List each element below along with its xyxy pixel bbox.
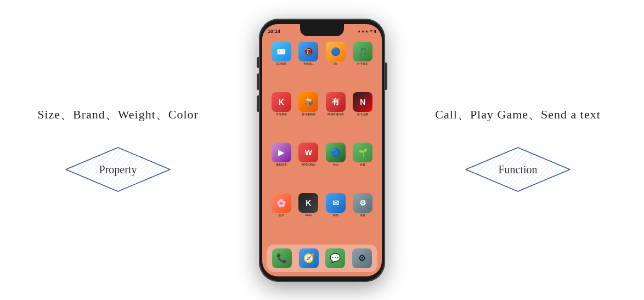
signal-icon: ▲▲▲ <box>357 29 369 33</box>
property-label: Property <box>99 163 137 176</box>
app-icon-img: 🎵 <box>353 42 372 61</box>
left-section: Size、Brand、Weight、Color Property <box>16 0 219 300</box>
app-icon[interactable]: 🌱豆瓣 <box>351 143 376 191</box>
app-icon[interactable]: K可可英语 <box>269 92 294 140</box>
function-diamond-container: Function <box>463 145 573 194</box>
phone-outer: 10:14 ▲▲▲ ≋ ▮ ✉️QQ邮箱📵无犯远...🔵O+🎵轻卡音乐K可可英语… <box>259 19 385 282</box>
app-icon[interactable]: WWPS Office <box>296 143 321 191</box>
app-icon-img: 📵 <box>298 42 318 61</box>
app-icon[interactable]: ⚙设置 <box>351 193 376 241</box>
app-icon-img: ✉ <box>326 193 346 213</box>
app-name-label: 轻卡音乐 <box>357 63 368 66</box>
app-name-label: 网易有道词典 <box>327 113 344 116</box>
app-name-label: 奈飞点播 <box>357 113 368 116</box>
function-label: Function <box>498 163 537 176</box>
dock-icon[interactable]: 🧭 <box>299 248 319 268</box>
phone-wrapper: 10:14 ▲▲▲ ≋ ▮ ✉️QQ邮箱📵无犯远...🔵O+🎵轻卡音乐K可可英语… <box>259 19 385 282</box>
app-icon-img: 📦 <box>298 92 318 112</box>
app-icon-img: K <box>298 193 318 213</box>
app-icon-img: 有 <box>326 92 346 112</box>
property-subtitle: Size、Brand、Weight、Color <box>37 106 199 123</box>
volume-down-button <box>257 95 259 112</box>
app-icon-img: 🌱 <box>353 143 372 162</box>
right-section: Call、Play Game、Send a text Function <box>408 0 628 300</box>
volume-up-button <box>257 73 259 90</box>
app-icon-img: ✉️ <box>272 42 291 61</box>
app-icon-img: K <box>272 92 291 112</box>
power-button <box>385 63 387 90</box>
app-icon[interactable]: 🌸图片 <box>269 193 294 241</box>
app-icon[interactable]: ▶播客助手 <box>269 143 294 191</box>
dock-icon[interactable]: ⚙ <box>352 248 372 268</box>
function-subtitle: Call、Play Game、Send a text <box>435 106 601 123</box>
app-name-label: O+ <box>334 63 337 66</box>
app-icon-img: ⚙ <box>353 193 372 213</box>
app-icon[interactable]: 有网易有道词典 <box>323 92 348 140</box>
app-icon[interactable]: ✉邮件 <box>323 193 348 241</box>
wifi-icon: ≋ <box>370 29 373 33</box>
phone-dock: 📞🧭💬⚙ <box>267 245 377 272</box>
app-name-label: 无犯远... <box>303 63 314 66</box>
app-icon[interactable]: 📵无犯远... <box>296 42 321 90</box>
app-name-label: 邮件 <box>333 214 338 217</box>
mute-button <box>257 57 259 68</box>
status-bar: 10:14 ▲▲▲ ≋ ▮ <box>268 27 376 35</box>
phone-screen: 10:14 ▲▲▲ ≋ ▮ ✉️QQ邮箱📵无犯远...🔵O+🎵轻卡音乐K可可英语… <box>262 24 382 276</box>
status-icons: ▲▲▲ ≋ ▮ <box>357 29 376 33</box>
app-icon-img: N <box>353 92 372 112</box>
app-name-label: QQ邮箱 <box>276 63 286 66</box>
app-icon-img: 🌸 <box>272 193 291 213</box>
app-name-label: Arko <box>333 163 338 167</box>
app-name-label: 豆瓣 <box>360 163 365 167</box>
dock-icon[interactable]: 📞 <box>272 248 292 268</box>
app-name-label: 图片 <box>279 214 284 217</box>
app-icon[interactable]: 🎵轻卡音乐 <box>351 42 376 90</box>
app-name-label: 设置 <box>360 214 365 217</box>
app-icon[interactable]: ✉️QQ邮箱 <box>269 42 294 90</box>
app-icon[interactable]: KKeep <box>296 193 321 241</box>
app-icon-img: 🔵 <box>326 42 346 61</box>
app-name-label: 可可英语 <box>276 113 287 116</box>
app-grid: ✉️QQ邮箱📵无犯远...🔵O+🎵轻卡音乐K可可英语📦亚马逊购物有网易有道词典N… <box>267 39 377 244</box>
status-time: 10:14 <box>268 29 280 34</box>
app-icon[interactable]: 🔵Arko <box>323 143 348 191</box>
app-name-label: 亚马逊购物 <box>302 113 315 116</box>
page-container: Size、Brand、Weight、Color Property <box>0 0 644 300</box>
app-name-label: Keep <box>305 214 312 217</box>
app-icon-img: W <box>298 143 318 162</box>
app-name-label: WPS Office <box>301 163 315 167</box>
app-icon-img: ▶ <box>272 143 291 162</box>
app-icon[interactable]: 📦亚马逊购物 <box>296 92 321 140</box>
app-icon[interactable]: 🔵O+ <box>323 42 348 90</box>
dock-icon[interactable]: 💬 <box>325 248 345 268</box>
property-diamond-container: Property <box>63 145 173 194</box>
battery-icon: ▮ <box>374 29 376 33</box>
app-icon[interactable]: N奈飞点播 <box>351 92 376 140</box>
app-icon-img: 🔵 <box>326 143 346 162</box>
app-name-label: 播客助手 <box>276 163 287 167</box>
